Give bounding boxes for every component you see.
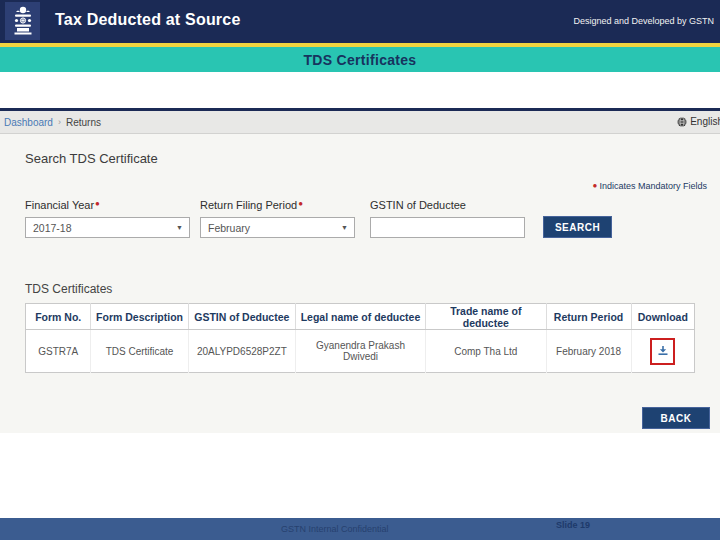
slide-banner: TDS Certificates: [0, 47, 720, 72]
cell-legal-name: Gyanendra Prakash Dwivedi: [296, 330, 426, 373]
column-header-download: Download: [631, 304, 694, 330]
cell-download: [631, 330, 694, 373]
gstn-credit-text: Designed and Developed by GSTN: [573, 16, 714, 26]
breadcrumb-separator: ›: [58, 117, 61, 127]
cell-gstin: 20ALYPD6528P2ZT: [188, 330, 295, 373]
return-filing-period-field: Return Filing Period● February ▼: [200, 199, 355, 238]
back-button[interactable]: BACK: [642, 407, 710, 429]
india-emblem-icon: [5, 2, 40, 40]
gstin-of-deductee-label: GSTIN of Deductee: [370, 199, 525, 211]
column-header-gstin: GSTIN of Deductee: [188, 304, 295, 330]
slide-footer: GSTN Internal Confidential Slide 19: [0, 518, 720, 540]
chevron-down-icon: ▼: [341, 224, 348, 231]
cell-return-period: February 2018: [546, 330, 631, 373]
mandatory-fields-note: ●Indicates Mandatory Fields: [25, 181, 707, 191]
globe-icon: [677, 117, 687, 127]
language-selector[interactable]: English: [677, 116, 720, 127]
cell-form-description: TDS Certificate: [91, 330, 188, 373]
column-header-return-period: Return Period: [546, 304, 631, 330]
column-header-legal-name: Legal name of deductee: [296, 304, 426, 330]
download-icon: [657, 345, 669, 357]
search-button[interactable]: SEARCH: [543, 216, 612, 238]
gstin-of-deductee-input[interactable]: [370, 217, 525, 238]
financial-year-select[interactable]: 2017-18 ▼: [25, 217, 190, 238]
download-certificate-button[interactable]: [657, 345, 669, 357]
breadcrumb: Dashboard › Returns English: [0, 111, 720, 134]
column-header-trade-name: Trade name of deductee: [425, 304, 546, 330]
column-header-form-description: Form Description: [91, 304, 188, 330]
certificates-section-heading: TDS Certificates: [25, 282, 695, 296]
spacer: [0, 433, 720, 518]
return-filing-period-label: Return Filing Period●: [200, 199, 355, 211]
tds-certificates-table: Form No. Form Description GSTIN of Deduc…: [25, 303, 695, 373]
cell-trade-name: Comp Tha Ltd: [425, 330, 546, 373]
gst-portal-panel: Dashboard › Returns English Search TDS C…: [0, 108, 720, 433]
page-title: Tax Deducted at Source: [55, 11, 241, 29]
return-filing-period-select[interactable]: February ▼: [200, 217, 355, 238]
required-dot-icon: ●: [298, 199, 303, 208]
search-section-heading: Search TDS Certificate: [25, 134, 695, 166]
footer-slide-number: Slide 19: [556, 520, 590, 530]
footer-confidential-text: GSTN Internal Confidential: [281, 524, 389, 534]
language-label: English: [690, 116, 720, 127]
financial-year-field: Financial Year● 2017-18 ▼: [25, 199, 190, 238]
cell-form-no: GSTR7A: [26, 330, 91, 373]
breadcrumb-returns: Returns: [66, 117, 101, 128]
search-form: Financial Year● 2017-18 ▼ Return Filing …: [25, 199, 695, 238]
spacer: [0, 72, 720, 108]
financial-year-label: Financial Year●: [25, 199, 190, 211]
download-highlight-box: [650, 338, 675, 365]
required-dot-icon: ●: [95, 199, 100, 208]
mandatory-dot-icon: ●: [593, 181, 598, 190]
chevron-down-icon: ▼: [176, 224, 183, 231]
portal-content: Search TDS Certificate ●Indicates Mandat…: [0, 134, 720, 433]
table-header-row: Form No. Form Description GSTIN of Deduc…: [26, 304, 695, 330]
breadcrumb-dashboard-link[interactable]: Dashboard: [4, 117, 53, 128]
slide-title: TDS Certificates: [304, 52, 417, 68]
app-header: Tax Deducted at Source Designed and Deve…: [0, 0, 720, 43]
column-header-form-no: Form No.: [26, 304, 91, 330]
back-row: BACK: [642, 407, 710, 429]
gstin-of-deductee-field: GSTIN of Deductee: [370, 199, 525, 238]
table-row: GSTR7A TDS Certificate 20ALYPD6528P2ZT G…: [26, 330, 695, 373]
